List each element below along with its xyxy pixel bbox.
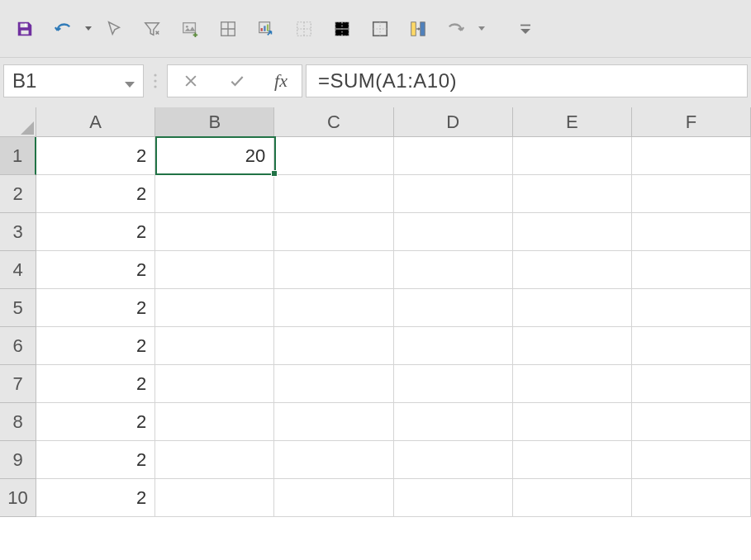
cell-A1[interactable]: 2: [36, 137, 155, 175]
undo-dropdown[interactable]: [84, 12, 93, 45]
cell-A10[interactable]: 2: [36, 479, 155, 517]
cancel-formula-button[interactable]: [168, 65, 214, 97]
insert-image-button[interactable]: [173, 12, 207, 45]
row-header-3[interactable]: 3: [0, 213, 36, 251]
svg-point-14: [154, 85, 156, 88]
cell-B3[interactable]: [155, 213, 274, 251]
row-header-10[interactable]: 10: [0, 479, 36, 517]
cell-A2[interactable]: 2: [36, 175, 155, 213]
accept-formula-button[interactable]: [214, 65, 260, 97]
save-button[interactable]: [8, 12, 41, 45]
cell-B9[interactable]: [155, 441, 274, 479]
cell-C5[interactable]: [274, 289, 393, 327]
cell-E10[interactable]: [513, 479, 632, 517]
fx-label[interactable]: fx: [260, 70, 302, 92]
column-header-A[interactable]: A: [36, 107, 155, 137]
cell-E4[interactable]: [513, 251, 632, 289]
cell-F1[interactable]: [632, 137, 751, 175]
cell-F10[interactable]: [632, 479, 751, 517]
cell-D3[interactable]: [394, 213, 513, 251]
row-header-1[interactable]: 1: [0, 137, 36, 175]
cell-F7[interactable]: [632, 365, 751, 403]
cell-A4[interactable]: 2: [36, 251, 155, 289]
cell-D1[interactable]: [394, 137, 513, 175]
cell-C6[interactable]: [274, 327, 393, 365]
cell-C9[interactable]: [274, 441, 393, 479]
cell-D9[interactable]: [394, 441, 513, 479]
cell-F8[interactable]: [632, 403, 751, 441]
cell-C4[interactable]: [274, 251, 393, 289]
cell-B10[interactable]: [155, 479, 274, 517]
cell-D7[interactable]: [394, 365, 513, 403]
cell-B1[interactable]: 20: [155, 137, 274, 175]
column-header-B[interactable]: B: [155, 107, 274, 137]
row-header-6[interactable]: 6: [0, 327, 36, 365]
fill-handle[interactable]: [271, 170, 278, 177]
cell-D4[interactable]: [394, 251, 513, 289]
cell-E1[interactable]: [513, 137, 632, 175]
redo-button[interactable]: [440, 12, 473, 45]
column-header-E[interactable]: E: [513, 107, 632, 137]
cursor-select-button[interactable]: [97, 12, 131, 45]
cell-C10[interactable]: [274, 479, 393, 517]
cell-B8[interactable]: [155, 403, 274, 441]
cell-F6[interactable]: [632, 327, 751, 365]
undo-button[interactable]: [46, 12, 79, 45]
cell-F5[interactable]: [632, 289, 751, 327]
border-all-button[interactable]: [364, 12, 397, 45]
cell-E2[interactable]: [513, 175, 632, 213]
cell-C7[interactable]: [274, 365, 393, 403]
redo-dropdown[interactable]: [478, 12, 486, 45]
name-box-dropdown-icon[interactable]: [125, 69, 135, 93]
cell-D2[interactable]: [394, 175, 513, 213]
customize-toolbar-button[interactable]: [509, 12, 542, 45]
cell-E5[interactable]: [513, 289, 632, 327]
cell-A7[interactable]: 2: [36, 365, 155, 403]
cell-B6[interactable]: [155, 327, 274, 365]
row-header-4[interactable]: 4: [0, 251, 36, 289]
cell-C8[interactable]: [274, 403, 393, 441]
cell-E8[interactable]: [513, 403, 632, 441]
cell-D10[interactable]: [394, 479, 513, 517]
cell-F2[interactable]: [632, 175, 751, 213]
highlight-columns-button[interactable]: [402, 12, 435, 45]
row-header-8[interactable]: 8: [0, 403, 36, 441]
row-header-5[interactable]: 5: [0, 289, 36, 327]
column-header-D[interactable]: D: [394, 107, 513, 137]
formula-input[interactable]: =SUM(A1:A10): [306, 64, 748, 97]
cell-C1[interactable]: [274, 137, 393, 175]
cell-B4[interactable]: [155, 251, 274, 289]
select-all-corner[interactable]: [0, 107, 36, 137]
cell-D5[interactable]: [394, 289, 513, 327]
cell-D6[interactable]: [394, 327, 513, 365]
cell-B7[interactable]: [155, 365, 274, 403]
row-header-2[interactable]: 2: [0, 175, 36, 213]
cell-E7[interactable]: [513, 365, 632, 403]
cell-F3[interactable]: [632, 213, 751, 251]
cell-A6[interactable]: 2: [36, 327, 155, 365]
cell-A5[interactable]: 2: [36, 289, 155, 327]
cell-A8[interactable]: 2: [36, 403, 155, 441]
cell-E9[interactable]: [513, 441, 632, 479]
border-sides-button[interactable]: [326, 12, 359, 45]
cell-A9[interactable]: 2: [36, 441, 155, 479]
row-header-9[interactable]: 9: [0, 441, 36, 479]
column-header-F[interactable]: F: [632, 107, 751, 137]
cell-B2[interactable]: [155, 175, 274, 213]
cell-F9[interactable]: [632, 441, 751, 479]
cell-C3[interactable]: [274, 213, 393, 251]
column-header-C[interactable]: C: [274, 107, 393, 137]
cell-E6[interactable]: [513, 327, 632, 365]
cell-B5[interactable]: [155, 289, 274, 327]
cell-C2[interactable]: [274, 175, 393, 213]
cell-D8[interactable]: [394, 403, 513, 441]
cell-E3[interactable]: [513, 213, 632, 251]
cell-A3[interactable]: 2: [36, 213, 155, 251]
chart-data-button[interactable]: [250, 12, 283, 45]
cell-F4[interactable]: [632, 251, 751, 289]
filter-button[interactable]: [135, 12, 169, 45]
border-grid-button[interactable]: [212, 12, 245, 45]
border-dotted-button[interactable]: [288, 12, 321, 45]
row-header-7[interactable]: 7: [0, 365, 36, 403]
name-box[interactable]: B1: [3, 64, 144, 97]
